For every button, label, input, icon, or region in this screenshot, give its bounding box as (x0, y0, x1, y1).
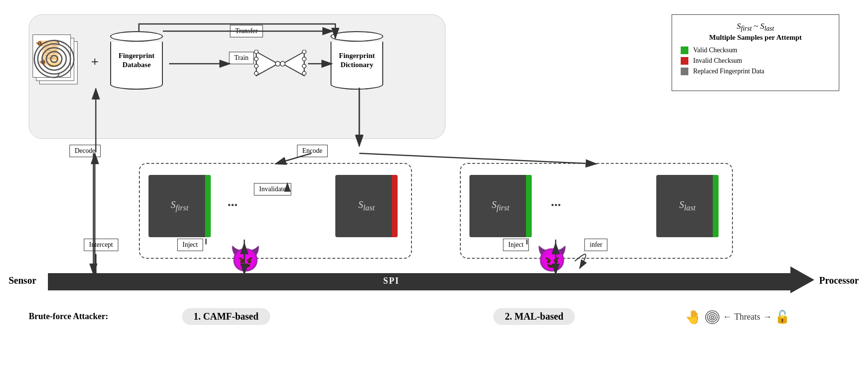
s-first-right-bar (526, 175, 532, 237)
invalid-label: Invalid Checksum (693, 57, 742, 65)
spi-label: SPI (383, 276, 400, 286)
plus-sign: + (91, 54, 99, 69)
dict-body: FingerprintDictionary (331, 42, 383, 80)
dict-top (331, 31, 383, 42)
s-first-left-label: Sfirst (171, 199, 189, 213)
replaced-color (681, 68, 688, 75)
intercept-label: Intercept (84, 239, 118, 251)
svg-point-13 (302, 64, 306, 68)
dots-right: ... (551, 194, 561, 209)
replaced-label: Replaced Fingerprint Data (693, 68, 765, 75)
svg-point-7 (254, 50, 258, 54)
devil-right: 😈 (537, 244, 568, 274)
train-label: Train (229, 52, 254, 64)
threats-fp-svg (705, 310, 720, 325)
svg-point-10 (254, 71, 258, 75)
mal-label: 2. MAL-based (493, 308, 575, 325)
infer-label: infer (584, 239, 607, 251)
legend-title-bold: Multiple Samples per Attempt (681, 34, 830, 42)
sample-card-s-first-left: Sfirst (148, 175, 211, 237)
s-last-left-bar (392, 175, 398, 237)
dict-bottom (331, 79, 383, 90)
svg-point-17 (711, 316, 713, 318)
threats-left-arrow: ← (723, 312, 731, 322)
sample-card-s-last-left: Slast (335, 175, 398, 237)
dots-left: ... (228, 194, 238, 209)
threats-lock-icon: 🔓 (775, 310, 790, 324)
svg-point-1 (46, 52, 62, 67)
decode-label: Decode (69, 145, 101, 157)
fingerprint-dictionary: FingerprintDictionary (331, 31, 383, 90)
brute-force-label: Brute-force Attacker: (29, 311, 108, 322)
sample-card-s-last-right: Slast (656, 175, 719, 237)
svg-line-30 (359, 153, 596, 164)
svg-point-4 (34, 40, 74, 77)
encode-label: Encode (297, 145, 328, 157)
svg-point-8 (254, 57, 258, 61)
valid-color (681, 46, 688, 54)
sensor-label: Sensor (9, 275, 36, 286)
s-first-left-bar (205, 175, 211, 237)
s-last-right-label: Slast (679, 199, 696, 213)
valid-label: Valid Checksum (693, 46, 737, 54)
camf-label: 1. CAMF-based (182, 308, 270, 325)
legend-invalid: Invalid Checksum (681, 57, 830, 65)
spi-bus (48, 273, 790, 290)
svg-point-12 (302, 57, 306, 61)
s-last-left-label: Slast (358, 199, 375, 213)
threats-area: 🤚 ← Threats → 🔓 (685, 309, 790, 325)
spi-arrow (790, 266, 814, 293)
neural-network-svg (254, 50, 307, 78)
svg-point-15 (275, 61, 280, 66)
svg-marker-5 (256, 52, 278, 76)
transfer-label: Transfer (230, 25, 263, 37)
sample-card-s-first-right: Sfirst (469, 175, 532, 237)
svg-marker-6 (283, 52, 304, 76)
svg-point-16 (280, 61, 285, 66)
devil-left: 😈 (230, 244, 261, 274)
svg-point-9 (254, 64, 258, 68)
legend-title-math: Sfirst ~ Slast (681, 22, 830, 33)
svg-point-11 (302, 50, 306, 54)
db-bottom (110, 79, 163, 90)
db-label: Fingerprint Database (111, 49, 162, 72)
legend-box: Sfirst ~ Slast Multiple Samples per Atte… (672, 14, 839, 91)
diagram-container: 🤚 📜 + Fingerprint Database FingerprintDi… (0, 0, 868, 380)
svg-point-0 (51, 56, 57, 62)
s-last-right-bar (713, 175, 719, 237)
threats-text: Threats (734, 312, 760, 322)
processor-label: Processor (819, 275, 859, 286)
invalidate-label: Invalidate (254, 183, 291, 196)
legend-valid: Valid Checksum (681, 46, 830, 54)
fingerprint-svg (33, 37, 76, 81)
threats-right-arrow: → (763, 312, 772, 322)
db-top (110, 31, 163, 42)
inject-right-label: Inject (503, 239, 529, 251)
s-first-right-label: Sfirst (492, 199, 510, 213)
invalid-color (681, 57, 688, 65)
legend-replaced: Replaced Fingerprint Data (681, 68, 830, 75)
dict-label: FingerprintDictionary (337, 49, 377, 72)
svg-point-18 (709, 314, 716, 320)
svg-point-14 (302, 71, 306, 75)
inject-left-label: Inject (177, 239, 203, 251)
db-body: Fingerprint Database (110, 42, 163, 80)
fingerprint-database: Fingerprint Database (110, 31, 163, 90)
threats-fingerprint-icon: 🤚 (685, 309, 702, 325)
